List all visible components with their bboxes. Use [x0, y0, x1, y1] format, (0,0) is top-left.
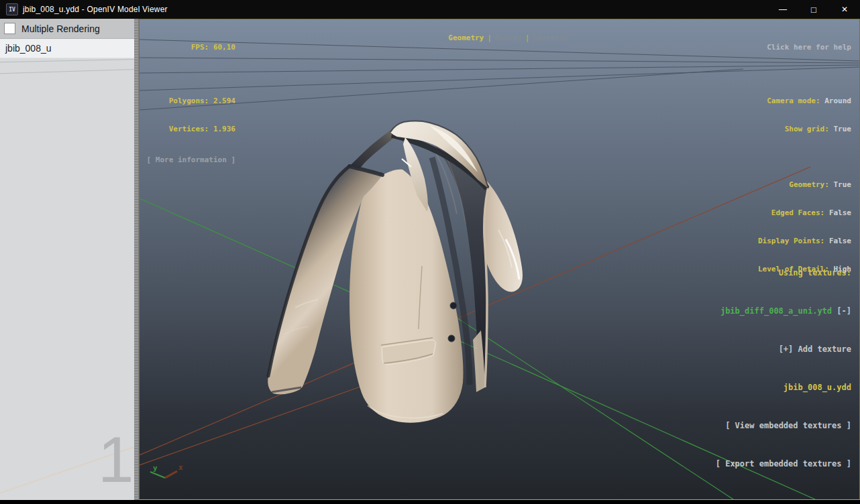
camera-mode-toggle[interactable]: Camera mode: Around [758, 97, 851, 106]
axis-y-label: y [153, 464, 158, 472]
viewer-tabs: Geometry|Bounds|Skeleton [140, 24, 859, 52]
model-viewport[interactable]: y x [139, 19, 860, 500]
maximize-button[interactable]: □ [798, 0, 829, 19]
sidebar-splitter[interactable] [134, 19, 139, 500]
drawable-index-number: 1 [98, 428, 133, 492]
tab-separator: | [487, 34, 492, 42]
app-icon: IV [6, 3, 18, 15]
axis-indicator: y x [150, 463, 183, 478]
more-information-button[interactable]: [ More information ] [141, 155, 235, 165]
model-list-item[interactable]: jbib_008_u [0, 39, 134, 58]
textures-panel: Using textures: jbib_diff_008_a_uni.ytd … [716, 241, 851, 496]
window-title: jbib_008_u.ydd - OpenIV Model Viewer [23, 5, 168, 14]
polygons-row: Polygons: 2.594 [141, 97, 235, 106]
jacket-model [268, 121, 523, 423]
window-controls: — □ ✕ [767, 0, 860, 19]
vertices-row: Vertices: 1.936 [141, 125, 235, 134]
remove-texture-button[interactable]: [-] [837, 306, 851, 316]
model-list-sidebar: Multiple Rendering jbib_008_u 1 [0, 19, 134, 500]
edged-faces-toggle[interactable]: Edged Faces: False [758, 208, 851, 218]
help-link[interactable]: Click here for help [758, 43, 851, 52]
multiple-rendering-label: Multiple Rendering [21, 23, 100, 34]
view-embedded-textures-button[interactable]: [ View embedded textures ] [716, 420, 851, 432]
close-button[interactable]: ✕ [829, 0, 860, 19]
export-embedded-textures-button[interactable]: [ Export embedded textures ] [716, 458, 851, 470]
jacket-button [450, 302, 457, 309]
tab-separator: | [525, 34, 530, 42]
multiple-rendering-row: Multiple Rendering [0, 19, 134, 39]
texture-row: jbib_diff_008_a_uni.ytd [-] [716, 305, 851, 318]
tab-bounds[interactable]: Bounds [495, 34, 522, 42]
grid-bleed-line [0, 59, 134, 63]
grid-bleed-line [0, 69, 134, 74]
using-textures-heading: Using textures: [716, 267, 851, 279]
texture-filename: jbib_diff_008_a_uni.ytd [720, 306, 832, 316]
minimize-button[interactable]: — [767, 0, 798, 19]
multiple-rendering-checkbox[interactable] [4, 23, 15, 34]
jacket-button [448, 335, 455, 342]
model-filename: jbib_008_u.ydd [716, 381, 851, 394]
show-grid-toggle[interactable]: Show grid: True [758, 125, 851, 134]
tab-geometry[interactable]: Geometry [448, 34, 484, 42]
title-bar: IV jbib_008_u.ydd - OpenIV Model Viewer … [0, 0, 860, 19]
axis-x-label: x [178, 463, 183, 472]
add-texture-button[interactable]: [+] Add texture [716, 343, 851, 356]
geometry-toggle[interactable]: Geometry: True [758, 180, 851, 190]
tab-skeleton[interactable]: Skeleton [533, 34, 568, 42]
model-list-item-label: jbib_008_u [5, 43, 52, 54]
